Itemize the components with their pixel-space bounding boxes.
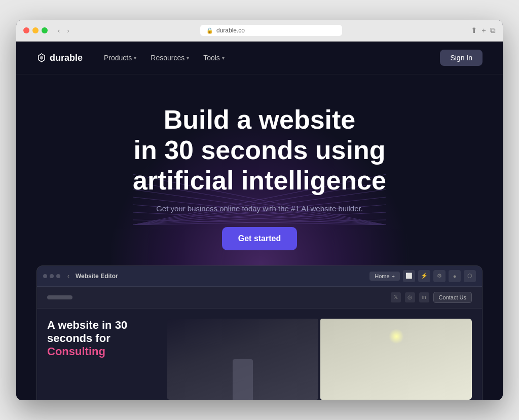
minimize-traffic-light[interactable]: [32, 27, 39, 33]
inner-title-accent: Consulting: [47, 345, 105, 358]
inner-website: 𝕏 ◎ in Contact Us A website in 30 second…: [37, 287, 482, 400]
close-traffic-light[interactable]: [23, 27, 29, 33]
preview-traffic-lights: [43, 274, 60, 278]
browser-window: ‹ › 🔒 durable.co ⬆ + ⧉ durable: [16, 20, 503, 400]
inner-website-nav: 𝕏 ◎ in Contact Us: [37, 287, 482, 309]
linkedin-icon[interactable]: in: [419, 292, 429, 302]
home-tab-plus: +: [392, 273, 395, 279]
browser-nav-controls: ‹ ›: [56, 26, 71, 35]
inner-hero-images: [167, 319, 472, 400]
preview-toolbar-icons: ⬜ ⚡ ⚙ ● ⬡: [403, 270, 476, 282]
nav-links: Products ▾ Resources ▾ Tools ▾: [98, 51, 440, 65]
inner-title-line2: seconds for: [47, 332, 110, 345]
preview-chrome: ‹ Website Editor Home + ⬜ ⚡ ⚙ ● ⬡: [37, 266, 482, 287]
new-tab-icon[interactable]: +: [481, 26, 486, 35]
twitter-icon[interactable]: 𝕏: [391, 292, 401, 302]
settings-icon[interactable]: ⚙: [433, 270, 446, 282]
preview-image-1: [167, 319, 318, 400]
url-text: durable.co: [216, 27, 245, 34]
nav-item-tools[interactable]: Tools ▾: [197, 51, 231, 65]
preview-back-button[interactable]: ‹: [67, 273, 69, 280]
inner-logo-placeholder: [47, 295, 72, 299]
preview-window: ‹ Website Editor Home + ⬜ ⚡ ⚙ ● ⬡: [36, 265, 483, 400]
hero-subtitle: Get your business online today with the …: [36, 204, 483, 213]
instagram-icon[interactable]: ◎: [405, 292, 415, 302]
traffic-lights: [23, 27, 48, 33]
hero-title-line1: Build a website: [164, 105, 356, 134]
resources-chevron-icon: ▾: [187, 55, 189, 61]
get-started-button[interactable]: Get started: [222, 227, 297, 250]
nav-item-products[interactable]: Products ▾: [98, 51, 142, 65]
hero-title-line2: in 30 seconds using: [133, 135, 385, 165]
preview-editor-label: Website Editor: [76, 273, 118, 280]
lock-icon: 🔒: [206, 27, 213, 34]
export-icon[interactable]: ⬡: [464, 270, 476, 282]
preview-tl-3: [56, 274, 60, 278]
sign-in-button[interactable]: Sign In: [440, 50, 483, 66]
inner-title-line1: A website in 30: [47, 319, 127, 331]
tabs-icon[interactable]: ⧉: [490, 26, 496, 35]
inner-hero-title: A website in 30 seconds for Consulting: [47, 319, 159, 359]
lightning-icon[interactable]: ⚡: [418, 270, 430, 282]
preview-toolbar-right: Home + ⬜ ⚡ ⚙ ● ⬡: [369, 270, 476, 282]
back-button[interactable]: ‹: [56, 26, 62, 35]
nav-products-label: Products: [104, 54, 132, 62]
inner-nav-right: 𝕏 ◎ in Contact Us: [391, 292, 472, 303]
logo-text: durable: [50, 53, 83, 63]
logo[interactable]: durable: [36, 53, 83, 63]
preview-image-2: [320, 319, 472, 400]
address-bar-container: 🔒 durable.co: [77, 25, 466, 36]
preview-tl-2: [50, 274, 54, 278]
durable-logo-icon: [36, 53, 47, 63]
nav-tools-label: Tools: [203, 54, 220, 62]
monitor-icon[interactable]: ⬜: [403, 270, 415, 282]
tools-chevron-icon: ▾: [222, 55, 225, 61]
inner-hero-text: A website in 30 seconds for Consulting: [47, 319, 159, 400]
browser-chrome: ‹ › 🔒 durable.co ⬆ + ⧉: [16, 20, 503, 42]
products-chevron-icon: ▾: [134, 55, 136, 61]
nav-item-resources[interactable]: Resources ▾: [144, 51, 195, 65]
address-bar[interactable]: 🔒 durable.co: [200, 25, 342, 36]
inner-website-hero: A website in 30 seconds for Consulting: [37, 309, 482, 400]
hero-title: Build a website in 30 seconds using arti…: [36, 105, 483, 196]
browser-actions: ⬆ + ⧉: [471, 26, 496, 35]
preview-section: ‹ Website Editor Home + ⬜ ⚡ ⚙ ● ⬡: [16, 265, 503, 400]
preview-tl-1: [43, 274, 47, 278]
site-nav: durable Products ▾ Resources ▾ Tools ▾ S…: [16, 42, 503, 74]
fullscreen-traffic-light[interactable]: [42, 27, 48, 33]
hero-section: Build a website in 30 seconds using arti…: [16, 74, 503, 265]
forward-button[interactable]: ›: [65, 26, 71, 35]
nav-resources-label: Resources: [151, 54, 184, 62]
home-tab-label: Home: [375, 273, 389, 279]
hero-title-line3: artificial intelligence: [133, 166, 386, 195]
share-icon[interactable]: ⬆: [471, 26, 477, 35]
preview-home-tab[interactable]: Home +: [369, 272, 400, 281]
user-icon[interactable]: ●: [449, 270, 461, 282]
website-content: durable Products ▾ Resources ▾ Tools ▾ S…: [16, 42, 503, 400]
contact-us-button[interactable]: Contact Us: [433, 292, 472, 303]
